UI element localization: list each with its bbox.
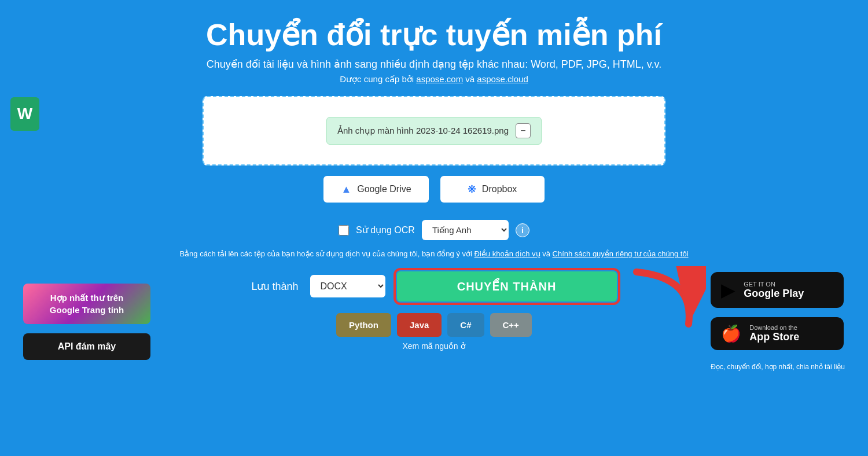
file-chip: Ảnh chụp màn hình 2023-10-24 162619.png … xyxy=(326,117,542,145)
app-store-button[interactable]: 🍎 Download on the App Store xyxy=(711,317,844,350)
remove-file-button[interactable]: − xyxy=(516,123,531,138)
arrow-icon xyxy=(625,266,706,336)
page-title: Chuyển đổi trực tuyến miễn phí xyxy=(12,17,856,52)
gdrive-icon: ▲ xyxy=(341,183,351,196)
app-store-text: Download on the App Store xyxy=(749,324,799,343)
privacy-link[interactable]: Chính sách quyền riêng tư của chúng tôi xyxy=(553,249,689,258)
upload-area[interactable]: Ảnh chụp màn hình 2023-10-24 162619.png … xyxy=(203,96,665,166)
google-drive-button[interactable]: ▲ Google Drive xyxy=(323,176,428,203)
dropbox-icon: ❋ xyxy=(468,183,476,196)
apple-icon: 🍎 xyxy=(721,324,741,343)
cpp-button[interactable]: C++ xyxy=(490,313,532,337)
python-button[interactable]: Python xyxy=(336,313,391,337)
word-icon[interactable]: W xyxy=(10,97,39,131)
merge-button[interactable]: Hợp nhất thư trên Google Trang tính xyxy=(23,284,150,324)
left-buttons: Hợp nhất thư trên Google Trang tính API … xyxy=(23,284,150,360)
save-label: Lưu thành xyxy=(251,280,298,293)
ocr-label: Sử dụng OCR xyxy=(356,225,415,236)
provider-text: Được cung cấp bởi aspose.com và aspose.c… xyxy=(12,74,856,84)
subtitle: Chuyển đổi tài liệu và hình ảnh sang nhi… xyxy=(12,58,856,71)
word-icon-label: W xyxy=(17,105,32,123)
cloud-buttons: ▲ Google Drive ❋ Dropbox xyxy=(12,176,856,203)
arrow-container xyxy=(625,266,706,338)
terms-link[interactable]: Điều khoản dịch vụ xyxy=(475,249,540,258)
api-button[interactable]: API đám mây xyxy=(23,333,150,360)
info-icon[interactable]: i xyxy=(516,223,529,237)
csharp-button[interactable]: C# xyxy=(447,313,484,337)
language-select[interactable]: Tiếng Anh Tiếng Việt Tiếng Pháp Tiếng Đứ… xyxy=(422,220,509,240)
page-wrapper: W Chuyển đổi trực tuyến miễn phí Chuyển … xyxy=(0,0,868,456)
terms-text: Bằng cách tải lên các tệp của bạn hoặc s… xyxy=(12,248,856,260)
java-button[interactable]: Java xyxy=(397,313,442,337)
store-description: Đọc, chuyển đổi, hợp nhất, chia nhỏ tài … xyxy=(711,363,845,371)
gdrive-label: Google Drive xyxy=(357,184,411,194)
file-name: Ảnh chụp màn hình 2023-10-24 162619.png xyxy=(337,126,509,136)
store-buttons: ▶ GET IT ON Google Play 🍎 Download on th… xyxy=(711,272,845,371)
ocr-row: Sử dụng OCR Tiếng Anh Tiếng Việt Tiếng P… xyxy=(12,220,856,240)
header: Chuyển đổi trực tuyến miễn phí Chuyển đổ… xyxy=(12,17,856,84)
google-play-text: GET IT ON Google Play xyxy=(744,281,804,300)
dropbox-button[interactable]: ❋ Dropbox xyxy=(440,176,545,203)
format-select[interactable]: DOCX PDF JPG HTML PNG xyxy=(310,275,385,297)
convert-button[interactable]: CHUYỂN THÀNH xyxy=(397,271,617,301)
aspose-com-link[interactable]: aspose.com xyxy=(416,74,463,84)
google-play-icon: ▶ xyxy=(721,279,735,301)
google-play-button[interactable]: ▶ GET IT ON Google Play xyxy=(711,272,844,308)
dropbox-label: Dropbox xyxy=(482,184,517,194)
ocr-checkbox[interactable] xyxy=(339,225,349,236)
aspose-cloud-link[interactable]: aspose.cloud xyxy=(477,74,528,84)
